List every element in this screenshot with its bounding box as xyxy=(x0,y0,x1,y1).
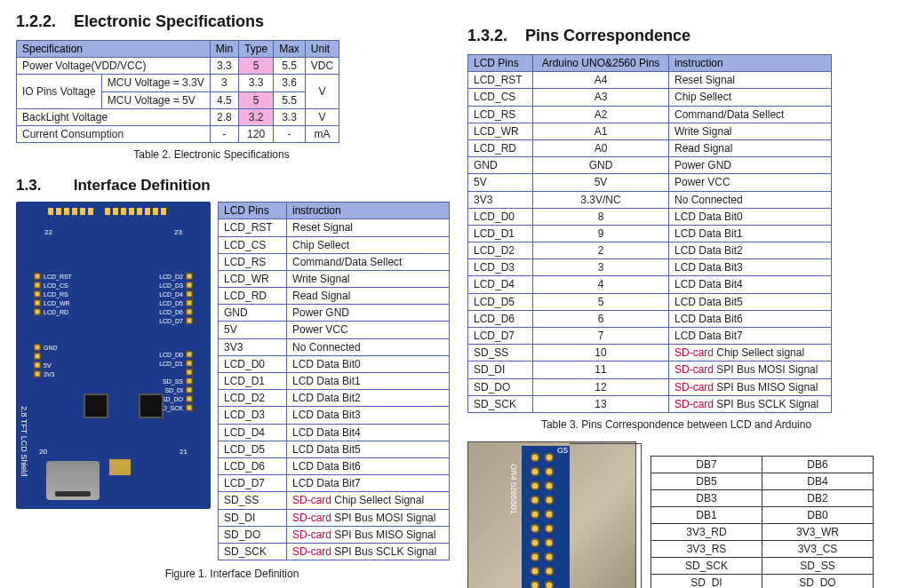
td: SD-card SPI Bus MISO Signal xyxy=(669,378,832,395)
td: 120 xyxy=(239,125,274,142)
con1-photo: G5 OR4 5265S01 CON1 xyxy=(467,441,636,588)
td: LCD Data Bit5 xyxy=(287,441,450,457)
td: 3V3 xyxy=(468,191,533,208)
td: Reset Signal xyxy=(669,72,832,89)
td: 3V3_CS xyxy=(762,540,874,557)
td: SD_DI xyxy=(651,574,762,588)
th-max: Max xyxy=(274,41,306,58)
td: MCU Voltage = 3.3V xyxy=(101,75,210,91)
td: LCD Data Bit2 xyxy=(287,390,450,407)
td: SD_DO xyxy=(468,378,533,395)
td: SD_SS xyxy=(762,557,874,574)
td: 12 xyxy=(533,378,669,395)
td: SD_SS xyxy=(219,492,287,509)
con1-figure: G5 OR4 5265S01 CON1 DB7DB6DB5DB4DB3DB2DB… xyxy=(467,441,903,588)
td: 3 xyxy=(210,75,238,91)
td: LCD Data Bit0 xyxy=(669,208,832,225)
board-right-pins-1: LCD_D2LCD_D3LCD_D4LCD_D5LCD_D6LCD_D7 xyxy=(159,273,193,324)
td: mA xyxy=(305,125,339,142)
td: 5.5 xyxy=(274,58,306,75)
td: Command/Data Sellect xyxy=(669,106,832,123)
td: LCD_WR xyxy=(219,270,287,287)
td: 3V3_RD xyxy=(651,523,762,540)
td: SD-card SPI Bus MOSI Signal xyxy=(669,362,832,378)
elec-spec-table: Specification Min Type Max Unit Power Vo… xyxy=(16,40,339,143)
td: IO Pins Voltage xyxy=(17,75,102,108)
td: SD_DO xyxy=(219,526,287,543)
td: 3.3 xyxy=(210,58,238,75)
td: 2.8 xyxy=(210,108,238,125)
con1-pin-row xyxy=(531,453,555,588)
photo-label-side: OR4 5265S01 xyxy=(509,464,518,514)
td: DB3 xyxy=(651,489,762,506)
td: 6 xyxy=(533,310,669,327)
td: No Connected xyxy=(669,191,832,208)
pins-correspondence-table: LCD Pins Arduino UNO&2560 Pins instructi… xyxy=(467,54,832,413)
td: LCD Data Bit7 xyxy=(669,328,832,345)
section-122-heading: 1.2.2. Electronic Specifications xyxy=(16,12,450,31)
td: Read Signal xyxy=(287,288,450,305)
td: LCD_D0 xyxy=(219,355,287,372)
td: LCD_D2 xyxy=(219,390,287,407)
td: DB7 xyxy=(651,456,762,473)
td: LCD_D4 xyxy=(468,276,533,293)
td: LCD_D3 xyxy=(219,407,287,424)
td: A4 xyxy=(533,72,669,89)
td: A1 xyxy=(533,123,669,139)
small-gold-pad xyxy=(109,459,131,475)
td: BackLight Voltage xyxy=(17,108,211,125)
td: Current Consumption xyxy=(17,125,211,142)
td: SD_SCK xyxy=(468,395,533,412)
td: SD-card SPI Bus MISO Signal xyxy=(287,526,450,543)
td: Power VCC xyxy=(669,174,832,191)
th-type: Type xyxy=(239,41,274,58)
td: 13 xyxy=(533,395,669,412)
td: LCD_CS xyxy=(468,89,533,106)
td: No Connected xyxy=(287,338,450,355)
td: LCD_RS xyxy=(468,106,533,123)
td: SD-card Chip Sellect signal xyxy=(669,345,832,362)
td: SD_SCK xyxy=(651,557,762,574)
con1-pin-table: DB7DB6DB5DB4DB3DB2DB1DB03V3_RD3V3_WR3V3_… xyxy=(651,456,874,588)
th: instruction xyxy=(287,203,450,219)
td: LCD Data Bit5 xyxy=(669,293,832,310)
td: LCD_D5 xyxy=(219,441,287,457)
td: 3.6 xyxy=(274,75,306,91)
td: 3.3 xyxy=(239,75,274,91)
td: 8 xyxy=(533,208,669,225)
td: DB6 xyxy=(762,456,874,473)
td: LCD_D4 xyxy=(219,424,287,441)
td: LCD_RST xyxy=(468,72,533,89)
td: Write Signal xyxy=(669,123,832,139)
td: SD-card SPI Bus MOSI Signal xyxy=(287,509,450,526)
table3-caption: Table 3. Pins Correspondence between LCD… xyxy=(467,418,885,431)
td: LCD_D6 xyxy=(468,310,533,327)
td: LCD Data Bit3 xyxy=(669,259,832,276)
td: Power GND xyxy=(669,157,832,174)
td: LCD_RD xyxy=(219,288,287,305)
td: - xyxy=(274,125,306,142)
td: LCD Data Bit1 xyxy=(287,373,450,390)
td: LCD_D3 xyxy=(468,259,533,276)
td: SD_DI xyxy=(468,362,533,378)
td: Power GND xyxy=(287,305,450,322)
td: 5.5 xyxy=(274,91,306,108)
td: VDC xyxy=(305,58,339,75)
td: LCD_D7 xyxy=(468,328,533,345)
td: LCD_CS xyxy=(219,236,287,253)
td: Reset Signal xyxy=(287,219,450,236)
td: GND xyxy=(533,157,669,174)
td: DB4 xyxy=(762,473,874,489)
td: SD_DI xyxy=(219,509,287,526)
td: 3.2 xyxy=(239,108,274,125)
td: V xyxy=(305,108,339,125)
td: 5V xyxy=(219,322,287,338)
board-side-label: 2.8 TFT LCD Shield xyxy=(20,406,28,476)
td: 10 xyxy=(533,345,669,362)
td: LCD Data Bit6 xyxy=(287,457,450,474)
td: V xyxy=(305,75,339,108)
td: LCD_RS xyxy=(219,253,287,270)
th: instruction xyxy=(669,55,832,72)
td: GND xyxy=(219,305,287,322)
td: LCD_D0 xyxy=(468,208,533,225)
